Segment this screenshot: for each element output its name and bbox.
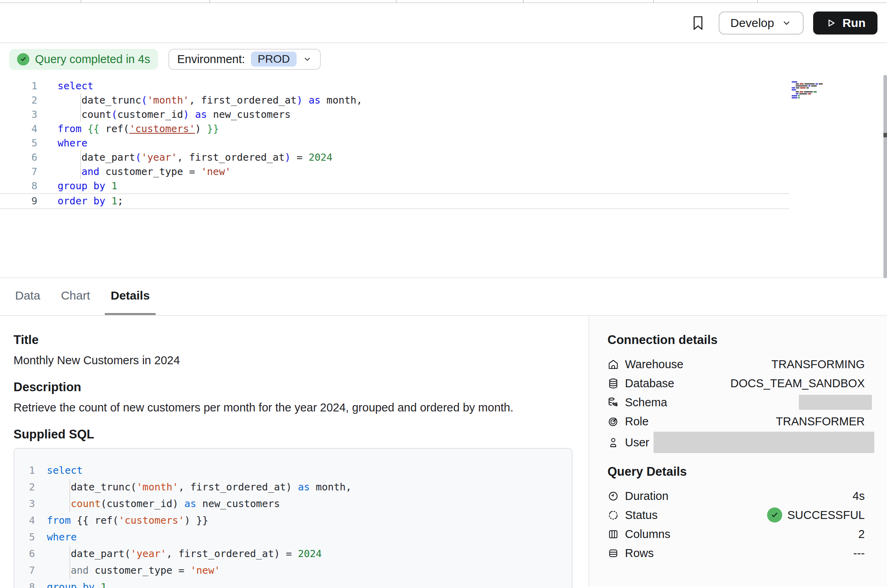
code-text: date_trunc('month', first_ordered_at) as… [47, 479, 352, 496]
tab-data[interactable]: Data [9, 278, 46, 315]
code-line-6[interactable]: 6 date_part('year', first_ordered_at) = … [0, 150, 789, 165]
connection-details-rows: WarehouseTRANSFORMINGDatabaseDOCS_TEAM_S… [607, 355, 865, 454]
code-line-7: 7 and customer_type = 'new' [25, 562, 560, 579]
code-line-4: 4from {{ ref('customers') }} [25, 512, 560, 529]
query-status-bar: Query completed in 4s Environment: PROD [0, 43, 887, 75]
code-line-9[interactable]: 9order by 1; [0, 193, 789, 209]
line-number: 5 [0, 136, 37, 150]
tab-chart[interactable]: Chart [55, 278, 96, 315]
code-text: where [58, 136, 87, 150]
duration-icon [607, 490, 619, 502]
editor-minimap[interactable] [792, 81, 833, 98]
code-line-3: 3 count(customer_id) as new_customers [25, 496, 560, 512]
line-number: 1 [25, 462, 35, 479]
line-number: 1 [0, 79, 37, 93]
code-text: from {{ ref('customers') }} [47, 512, 208, 529]
columns-icon [607, 528, 619, 540]
user-icon [607, 437, 619, 448]
code-text: date_part('year', first_ordered_at) = 20… [47, 546, 322, 562]
warehouse-label: Warehouse [625, 358, 683, 371]
code-line-4[interactable]: 4from {{ ref('customers') }} [0, 122, 789, 136]
query-details-heading: Query Details [607, 464, 865, 479]
sql-editor[interactable]: 1select2 date_trunc('month', first_order… [0, 75, 887, 278]
schema-label: Schema [625, 396, 667, 409]
status-label: Status [625, 509, 658, 522]
results-tab-bar: DataChartDetails [0, 278, 887, 316]
duration-label: Duration [625, 490, 669, 503]
line-number: 7 [0, 165, 37, 179]
code-line-1[interactable]: 1select [0, 79, 789, 93]
line-number: 8 [0, 179, 37, 193]
code-line-5[interactable]: 5where [0, 136, 789, 150]
code-line-3[interactable]: 3 count(customer_id) as new_customers [0, 108, 789, 122]
database-icon [607, 378, 619, 389]
line-number: 6 [0, 150, 37, 165]
line-number: 8 [25, 579, 35, 588]
role-row: RoleTRANSFORMER [607, 412, 865, 431]
tab-divider [523, 0, 524, 3]
line-number: 5 [25, 529, 35, 546]
code-line-6: 6 date_part('year', first_ordered_at) = … [25, 546, 560, 562]
code-text: date_part('year', first_ordered_at) = 20… [58, 150, 332, 165]
supplied-sql-block: 1select2 date_trunc('month', first_order… [13, 448, 573, 588]
environment-select[interactable]: Environment: PROD [168, 49, 321, 70]
develop-button-label: Develop [731, 16, 774, 30]
code-line-2: 2 date_trunc('month', first_ordered_at) … [25, 479, 560, 496]
title-value: Monthly New Customers in 2024 [13, 354, 573, 367]
code-line-1: 1select [25, 462, 560, 479]
connection-details-heading: Connection details [607, 332, 865, 348]
columns-value: 2 [858, 528, 865, 541]
app-window: Develop Run Query completed i [0, 0, 887, 586]
user-value-redacted [654, 432, 874, 453]
tab-divider [209, 0, 210, 3]
supplied-sql-heading: Supplied SQL [13, 427, 573, 442]
bookmark-button[interactable] [686, 11, 710, 35]
play-icon [825, 17, 836, 29]
code-line-2[interactable]: 2 date_trunc('month', first_ordered_at) … [0, 93, 789, 108]
environment-value-pill: PROD [251, 52, 297, 67]
columns-row: Columns2 [607, 525, 865, 544]
details-left-panel: Title Monthly New Customers in 2024 Desc… [0, 316, 588, 586]
status-value: SUCCESSFUL [787, 509, 865, 522]
duration-row: Duration4s [607, 486, 865, 505]
code-line-7[interactable]: 7 and customer_type = 'new' [0, 165, 789, 179]
schema-value-redacted [799, 395, 872, 410]
line-number: 9 [0, 194, 37, 208]
warehouse-icon [607, 359, 619, 370]
database-row: DatabaseDOCS_TEAM_SANDBOX [607, 374, 865, 393]
header-toolbar: Develop Run [0, 3, 887, 43]
query-status-text: Query completed in 4s [35, 53, 150, 66]
develop-button[interactable]: Develop [719, 12, 804, 35]
tab-details[interactable]: Details [105, 278, 156, 315]
code-text: date_trunc('month', first_ordered_at) as… [58, 93, 363, 108]
description-heading: Description [13, 380, 573, 395]
role-icon [607, 416, 619, 427]
description-value: Retrieve the count of new customers per … [13, 401, 573, 414]
code-text: select [58, 79, 93, 93]
code-text: from {{ ref('customers') }} [58, 122, 219, 136]
chevron-down-icon [303, 54, 312, 64]
warehouse-value: TRANSFORMING [771, 358, 865, 371]
line-number: 2 [25, 479, 35, 496]
code-text: and customer_type = 'new' [58, 165, 231, 179]
rows-label: Rows [625, 547, 654, 560]
tab-divider [81, 0, 81, 3]
role-label: Role [625, 415, 649, 428]
columns-label: Columns [625, 528, 670, 541]
line-number: 3 [25, 496, 35, 512]
details-sidebar: Connection details WarehouseTRANSFORMING… [588, 316, 887, 586]
query-details-rows: Duration4sStatusSUCCESSFULColumns2Rows--… [607, 486, 865, 563]
warehouse-row: WarehouseTRANSFORMING [607, 355, 865, 374]
run-button-label: Run [843, 16, 866, 30]
environment-label: Environment: [177, 53, 245, 66]
check-circle-icon [767, 507, 782, 523]
title-heading: Title [13, 332, 573, 348]
status-value: SUCCESSFUL [767, 507, 865, 523]
database-value: DOCS_TEAM_SANDBOX [731, 377, 865, 390]
code-text: where [47, 529, 77, 546]
editor-code-lines[interactable]: 1select2 date_trunc('month', first_order… [0, 79, 789, 209]
code-line-8[interactable]: 8group by 1 [0, 179, 789, 193]
editor-scrollbar[interactable] [883, 75, 887, 278]
line-number: 4 [0, 122, 37, 136]
run-button[interactable]: Run [813, 12, 877, 35]
